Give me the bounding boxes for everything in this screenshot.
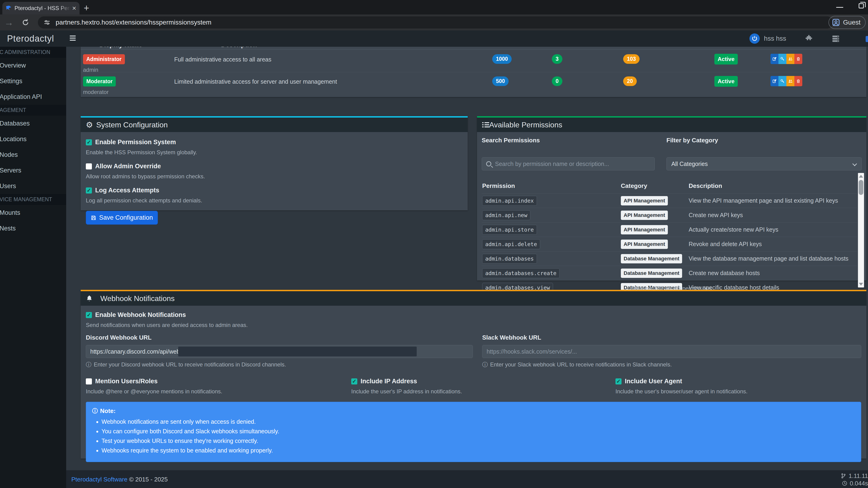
new-tab-button[interactable]: + [84,4,89,12]
checkbox-icon[interactable] [86,312,92,318]
url-text: partners.hextro.host/extensions/hsspermi… [56,19,211,26]
window-minimize-button[interactable] [836,7,843,8]
sidebar-item-databases[interactable]: Databases [0,116,66,131]
url-bar[interactable]: partners.hextro.host/extensions/hsspermi… [38,17,833,29]
gear-icon: ⚙ [86,120,93,129]
permission-description: Actually create/store new API keys [689,226,857,233]
permissions-scrollbar[interactable] [858,173,864,288]
edit-role-button[interactable] [771,54,778,64]
save-configuration-button[interactable]: Save Configuration [86,211,158,225]
pterodactyl-favicon [6,5,12,11]
version-info: 1.11.11 [841,472,868,480]
load-time: 0.044s [841,480,868,487]
sidebar-item-nodes[interactable]: Nodes [0,147,66,163]
checkbox-include-user-agent[interactable]: Include User Agent [616,378,861,385]
sidebar-item-nests[interactable]: Nests [0,221,66,236]
servers-icon[interactable] [832,35,840,42]
role-description: Full administrative access to all areas [174,56,271,63]
assign-users-button[interactable] [786,76,794,86]
checkbox-enable-webhook-notifications[interactable]: Enable Webhook Notifications [86,311,861,319]
checkbox-include-ip-address[interactable]: Include IP Address [351,378,616,385]
checkbox-log-access-attempts[interactable]: Log Access Attempts [86,187,463,194]
site-settings-icon[interactable] [43,19,51,26]
checkbox-label: Log Access Attempts [95,187,159,194]
forward-button-icon[interactable]: → [4,18,13,27]
cut-off-nav-icon[interactable] [866,36,868,42]
window-restore-button[interactable] [859,3,864,8]
panel-title: Webhook Notifications [100,294,175,303]
delete-role-button[interactable] [794,54,802,64]
delete-role-button[interactable] [794,76,802,86]
note-item: Webhook notifications are sent only when… [101,418,855,425]
extensions-puzzle-icon[interactable] [805,35,813,42]
sidebar-item-mounts[interactable]: Mounts [0,205,66,221]
scroll-down-arrow[interactable] [859,283,863,286]
sidebar-item-users[interactable]: Users [0,178,66,194]
checkbox-allow-admin-override[interactable]: Allow Admin Override [86,163,463,170]
permission-description: View the database management page and li… [689,255,857,262]
checkbox-help: Include @here or @everyone mentions in n… [86,388,351,395]
checkbox-mention-users-roles[interactable]: Mention Users/Roles [86,378,351,385]
slack-webhook-help: Enter your Slack webhook URL to receive … [482,361,861,368]
filter-by-category-label: Filter by Category [666,137,718,144]
permission-search[interactable] [482,157,655,170]
roles-table-header: Display Name Description [81,47,866,50]
checkbox-help: Include the user's browser/user agent in… [616,388,861,395]
checkbox-label: Mention Users/Roles [95,378,158,385]
browser-profile-button[interactable]: Guest [829,16,866,29]
user-menu[interactable]: hss hss [749,33,786,44]
reload-icon[interactable] [22,19,29,26]
roles-col-name: Display Name [99,47,143,48]
browser-toolbar: → partners.hextro.host/extensions/hssper… [0,14,868,30]
permission-description: Revoke and delete API keys [689,241,857,248]
checkbox-icon[interactable] [86,139,92,145]
tab-close-icon[interactable]: × [72,5,76,12]
category-badge: API Management [621,196,668,205]
scroll-thumb[interactable] [859,180,863,195]
note-callout: Note: Webhook notifications are sent onl… [86,402,861,462]
status-badge: Active [714,76,738,87]
permissions-key-button[interactable] [778,76,786,86]
role-key: moderator [83,89,116,95]
sidebar-item-settings[interactable]: Settings [0,73,66,89]
checkbox-help: Include the user's IP address in notific… [351,388,616,395]
sidebar-item-application-api[interactable]: Application API [0,89,66,105]
checkbox-icon[interactable] [86,163,92,169]
checkbox-icon[interactable] [616,379,622,385]
category-filter-value: All Categories [671,161,708,167]
slack-webhook-input[interactable] [482,345,861,358]
category-filter-select[interactable]: All Categories [666,157,862,170]
permission-code: admin.databases.create [482,268,560,278]
checkbox-enable-permission-system[interactable]: Enable Permission System [86,139,463,146]
checkbox-icon[interactable] [86,188,92,194]
tab-title: Pterodactyl - HSS Permission Sy [14,5,71,11]
permission-code: admin.api.store [482,225,537,235]
app-brand[interactable]: Pterodactyl [7,34,54,44]
checkbox-icon[interactable] [86,379,92,385]
sidebar-section-basic-administration: C ADMINISTRATION [0,47,66,58]
search-input[interactable] [495,161,650,167]
sidebar-item-locations[interactable]: Locations [0,131,66,147]
info-icon [86,361,91,368]
sidebar-item-servers[interactable]: Servers [0,163,66,178]
sidebar-item-overview[interactable]: Overview [0,58,66,73]
roles-col-description: Description [221,47,257,48]
edit-role-button[interactable] [771,76,778,86]
table-row: admin.api.store API Management Actually … [482,222,857,237]
sidebar-section-service-management: VICE MANAGEMENT [0,194,66,205]
sidebar: C ADMINISTRATION Overview Settings Appli… [0,47,66,488]
chevron-down-icon [852,162,857,166]
category-badge: Database Management [621,268,682,278]
pterodactyl-software-link[interactable]: Pterodactyl Software [71,476,127,483]
sidebar-toggle-icon[interactable] [70,35,76,41]
permissions-key-button[interactable] [778,54,786,64]
assign-users-button[interactable] [786,54,794,64]
category-badge: Database Management [621,254,682,263]
role-name-badge: Administrator [83,54,125,64]
scroll-up-arrow[interactable] [859,175,863,177]
browser-tab[interactable]: Pterodactyl - HSS Permission Sy × [2,2,80,14]
checkbox-icon[interactable] [351,379,357,385]
main-content: Display Name Description Administrator a… [66,47,868,470]
clock-icon [842,481,847,486]
permission-code: admin.databases [482,254,537,264]
